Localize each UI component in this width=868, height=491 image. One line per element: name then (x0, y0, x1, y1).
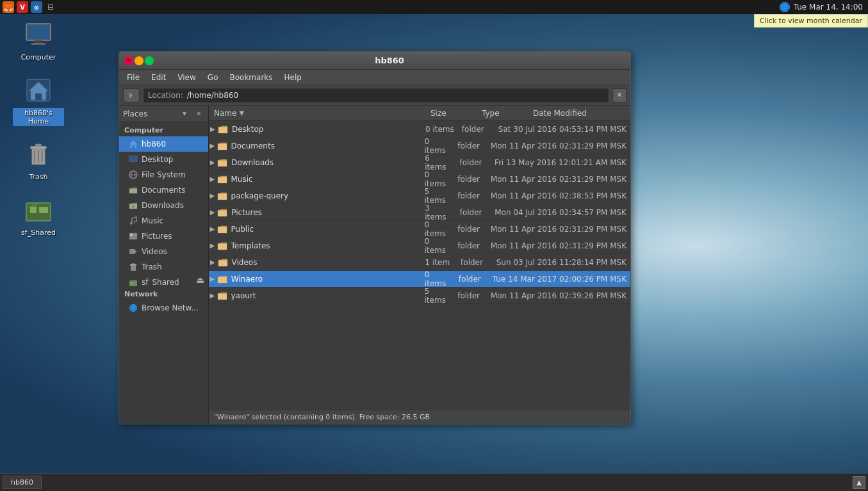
taskbar-window-item[interactable]: hb860 (3, 476, 42, 489)
folder-small-icon-1 (128, 185, 138, 195)
window-maximize-button[interactable] (145, 56, 154, 65)
row-expand-4[interactable]: ▶ (209, 192, 216, 199)
row-type-1: folder (454, 141, 487, 150)
window-close-button[interactable]: ✕ (124, 56, 133, 65)
row-expand-10[interactable]: ▶ (209, 292, 216, 299)
sidebar-item-music[interactable]: Music (119, 213, 208, 229)
menu-file[interactable]: File (122, 72, 145, 83)
trash-label: Trash (27, 172, 49, 182)
row-icon-2 (216, 156, 229, 169)
app-minimize-icon[interactable]: ⊟ (45, 1, 56, 13)
row-expand-5[interactable]: ▶ (209, 209, 216, 216)
location-clear-button[interactable]: ✕ (612, 88, 626, 102)
file-row[interactable]: ▶ Templates 0 items folder Mon 11 Apr 20… (209, 237, 630, 254)
sf-shared-label: sf_Shared (19, 228, 58, 237)
col-header-date[interactable]: Date Modified (529, 109, 630, 118)
sidebar-label-desktop: Desktop (142, 155, 174, 164)
row-expand-8[interactable]: ▶ (209, 259, 217, 266)
file-row[interactable]: ▶ Music 0 items folder Mon 11 Apr 2016 0… (209, 171, 630, 188)
row-name-3: Music (229, 175, 421, 184)
sidebar-item-videos[interactable]: Videos (119, 244, 208, 259)
menu-bookmarks[interactable]: Bookmarks (224, 72, 277, 83)
menu-go[interactable]: Go (202, 72, 224, 83)
row-date-8: Sun 03 Jul 2016 11:28:14 PM MSK (493, 258, 630, 267)
trash-small-icon (128, 262, 138, 272)
places-dropdown-button[interactable]: ▼ (179, 108, 190, 120)
menu-view[interactable]: View (172, 72, 201, 83)
firefox-icon[interactable]: 🦊 (3, 1, 14, 13)
sidebar-item-trash[interactable]: Trash (119, 259, 208, 275)
file-row[interactable]: ▶ Desktop 0 items folder Sat 30 Jul 2016… (209, 121, 630, 138)
row-date-2: Fri 13 May 2016 12:01:21 AM MSK (491, 158, 630, 167)
network-browse-icon: 🌐 (128, 303, 138, 313)
svg-rect-30 (129, 249, 135, 254)
taskbar-expand-button[interactable]: ▲ (853, 476, 865, 489)
sidebar: Places ▼ ✕ Computer hb860 Desktop (119, 106, 209, 424)
file-row[interactable]: ▶ Pictures 3 items folder Mon 04 Jul 201… (209, 204, 630, 221)
sidebar-label-browse-network: Browse Netw... (142, 303, 199, 312)
svg-rect-32 (131, 265, 136, 271)
row-size-0: 0 items (422, 125, 458, 134)
row-expand-6[interactable]: ▶ (209, 225, 216, 232)
row-type-8: folder (457, 258, 493, 267)
row-name-1: Documents (229, 141, 421, 150)
file-row[interactable]: ▶ Documents 0 items folder Mon 11 Apr 20… (209, 138, 630, 154)
row-icon-6 (216, 223, 229, 236)
col-header-name[interactable]: Name ▼ (209, 109, 427, 118)
sidebar-item-filesystem[interactable]: File System (119, 167, 208, 182)
desktop-icon-sf-shared[interactable]: sf_Shared (13, 195, 64, 237)
sidebar-item-desktop[interactable]: Desktop (119, 152, 208, 167)
row-expand-2[interactable]: ▶ (209, 159, 216, 166)
row-type-7: folder (454, 241, 487, 250)
home-label: hb860's Home (13, 108, 64, 126)
col-header-size[interactable]: Size (427, 109, 478, 118)
window-minimize-button[interactable] (135, 56, 143, 65)
app-icon-1[interactable]: V (17, 1, 28, 13)
file-row[interactable]: ▶ Downloads 6 items folder Fri 13 May 20… (209, 154, 630, 171)
row-type-0: folder (458, 125, 495, 134)
clock[interactable]: Tue Mar 14, 14:00 (794, 3, 863, 12)
desktop-icon-computer[interactable]: Computer (13, 19, 64, 62)
row-expand-1[interactable]: ▶ (209, 142, 216, 149)
row-size-6: 0 items (421, 220, 454, 238)
row-name-2: Downloads (229, 158, 421, 167)
network-status-icon: 🌐 (780, 2, 790, 12)
file-row[interactable]: ▶ package-query 5 items folder Mon 11 Ap… (209, 188, 630, 204)
places-label: Places (123, 109, 176, 118)
nav-back-button[interactable] (123, 88, 140, 102)
menubar: File Edit View Go Bookmarks Help (119, 70, 630, 85)
row-icon-7 (216, 239, 229, 252)
file-row[interactable]: ▶ yaourt 5 items folder Mon 11 Apr 2016 … (209, 287, 630, 304)
row-expand-0[interactable]: ▶ (209, 125, 217, 133)
desktop-icon-home[interactable]: hb860's Home (13, 75, 64, 126)
file-list: ▶ Desktop 0 items folder Sat 30 Jul 2016… (209, 121, 630, 410)
file-row[interactable]: ▶ Winaero 0 items folder Tue 14 Mar 2017… (209, 271, 630, 287)
sidebar-item-browse-network[interactable]: 🌐 Browse Netw... (119, 300, 208, 316)
row-name-9: Winaero (229, 275, 421, 284)
sidebar-item-hb860[interactable]: hb860 (119, 136, 208, 152)
row-date-4: Mon 11 Apr 2016 02:38:53 PM MSK (487, 191, 630, 200)
sidebar-item-documents[interactable]: Documents (119, 182, 208, 198)
eject-button[interactable]: ⏏ (196, 275, 208, 285)
app-icon-2[interactable]: ⊗ (31, 1, 42, 13)
location-bar[interactable]: Location: /home/hb860 (143, 88, 609, 102)
row-expand-7[interactable]: ▶ (209, 242, 216, 249)
taskbar-top-right: 🌐 Tue Mar 14, 14:00 (780, 2, 868, 12)
file-row[interactable]: ▶ Videos 1 item folder Sun 03 Jul 2016 1… (209, 254, 630, 271)
menu-help[interactable]: Help (279, 72, 307, 83)
col-header-type[interactable]: Type (478, 109, 529, 118)
row-size-3: 0 items (421, 170, 454, 188)
menu-edit[interactable]: Edit (146, 72, 171, 83)
sidebar-item-downloads[interactable]: Downloads (119, 198, 208, 213)
location-path: /home/hb860 (187, 91, 238, 100)
row-size-2: 6 items (421, 154, 455, 172)
row-expand-3[interactable]: ▶ (209, 175, 216, 182)
sidebar-label-filesystem: File System (142, 170, 186, 179)
taskbar-top: 🦊 V ⊗ ⊟ 🌐 Tue Mar 14, 14:00 (0, 0, 868, 14)
row-expand-9[interactable]: ▶ (209, 275, 216, 282)
desktop-icon-trash[interactable]: Trash (13, 139, 64, 182)
row-name-5: Pictures (229, 208, 421, 217)
file-row[interactable]: ▶ Public 0 items folder Mon 11 Apr 2016 … (209, 221, 630, 237)
places-close-button[interactable]: ✕ (193, 108, 204, 120)
sidebar-item-pictures[interactable]: Pictures (119, 229, 208, 244)
